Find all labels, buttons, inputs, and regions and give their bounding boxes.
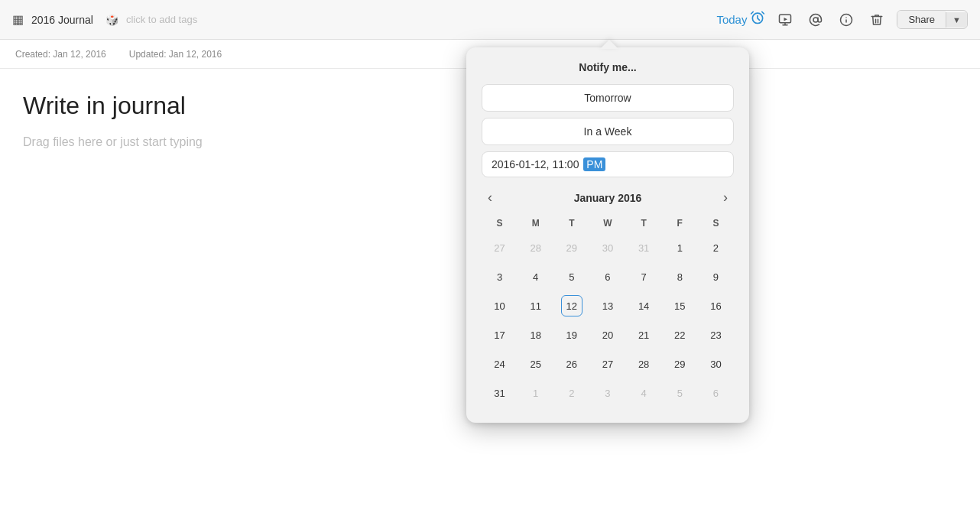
calendar-day[interactable]: 29 [662, 349, 698, 378]
calendar-day[interactable]: 31 [482, 378, 518, 407]
calendar-day-header: W [589, 215, 625, 233]
calendar-day[interactable]: 11 [518, 291, 553, 320]
svg-marker-2 [784, 18, 788, 21]
datetime-value: 2016-01-12, 11:00 PM [492, 158, 724, 170]
calendar-day[interactable]: 17 [482, 320, 518, 349]
calendar-day[interactable]: 1 [662, 233, 698, 262]
share-chevron-icon[interactable]: ▼ [946, 12, 967, 28]
calendar-week-row: 272829303112 [482, 233, 734, 262]
toolbar-right: Today [716, 9, 968, 31]
calendar-next-button[interactable]: › [717, 188, 734, 207]
calendar-day[interactable]: 21 [626, 320, 662, 349]
calendar-day[interactable]: 31 [626, 233, 662, 262]
calendar-day[interactable]: 30 [589, 233, 625, 262]
calendar-week-row: 10111213141516 [482, 291, 734, 320]
created-date: Created: Jan 12, 2016 [15, 49, 106, 60]
toolbar: ▦ 2016 Journal 🎲 click to add tags Today [0, 0, 980, 40]
calendar-week-row: 31123456 [482, 378, 734, 407]
add-tags-text[interactable]: click to add tags [126, 14, 197, 25]
calendar-day[interactable]: 10 [482, 291, 518, 320]
calendar-day[interactable]: 5 [553, 262, 589, 291]
calendar-day[interactable]: 2 [553, 378, 589, 407]
share-label: Share [897, 11, 946, 28]
calendar-day[interactable]: 24 [482, 349, 518, 378]
tomorrow-button[interactable]: Tomorrow [482, 84, 734, 112]
calendar-month-label: January 2016 [574, 192, 642, 204]
calendar-headers-row: SMTWTFS [482, 215, 734, 233]
notify-popover: Notify me... Tomorrow In a Week 2016-01-… [466, 47, 749, 423]
calendar-day[interactable]: 27 [589, 349, 625, 378]
calendar-day[interactable]: 25 [518, 349, 553, 378]
calendar-day[interactable]: 1 [518, 378, 553, 407]
calendar-day[interactable]: 9 [698, 262, 734, 291]
calendar-day[interactable]: 6 [698, 378, 734, 407]
today-label: Today [716, 13, 747, 26]
calendar-week-row: 24252627282930 [482, 349, 734, 378]
calendar-day[interactable]: 30 [698, 349, 734, 378]
svg-point-3 [813, 18, 818, 22]
lock-icon: 🎲 [105, 14, 118, 26]
journal-icon: ▦ [12, 12, 24, 27]
present-button[interactable] [774, 9, 796, 31]
share-button[interactable]: Share ▼ [897, 10, 968, 29]
in-a-week-button[interactable]: In a Week [482, 118, 734, 145]
updated-date: Updated: Jan 12, 2016 [129, 49, 222, 60]
calendar-day-header: T [553, 215, 589, 233]
info-button[interactable] [836, 9, 857, 31]
calendar-grid: SMTWTFS 27282930311234567891011121314151… [482, 215, 734, 407]
calendar-day-header: S [698, 215, 734, 233]
calendar-day[interactable]: 3 [589, 378, 625, 407]
calendar-day-header: F [662, 215, 698, 233]
today-button[interactable]: Today [716, 10, 765, 29]
calendar: ‹ January 2016 › SMTWTFS 272829303112345… [482, 188, 734, 407]
calendar-day[interactable]: 26 [553, 349, 589, 378]
datetime-input[interactable]: 2016-01-12, 11:00 PM [482, 151, 734, 177]
calendar-day[interactable]: 28 [518, 233, 553, 262]
calendar-day-header: S [482, 215, 518, 233]
journal-title: 2016 Journal [31, 14, 93, 26]
calendar-day[interactable]: 27 [482, 233, 518, 262]
ampm-highlight[interactable]: PM [583, 157, 605, 171]
calendar-day[interactable]: 19 [553, 320, 589, 349]
calendar-day[interactable]: 22 [662, 320, 698, 349]
popover-title: Notify me... [482, 61, 734, 73]
at-button[interactable] [805, 9, 826, 31]
calendar-day-header: T [626, 215, 662, 233]
calendar-day[interactable]: 15 [662, 291, 698, 320]
calendar-day[interactable]: 8 [662, 262, 698, 291]
calendar-day[interactable]: 18 [518, 320, 553, 349]
calendar-day[interactable]: 4 [626, 378, 662, 407]
calendar-day[interactable]: 7 [626, 262, 662, 291]
calendar-day[interactable]: 2 [698, 233, 734, 262]
toolbar-left: ▦ 2016 Journal 🎲 click to add tags [12, 12, 716, 27]
calendar-day[interactable]: 16 [698, 291, 734, 320]
calendar-body: 2728293031123456789101112131415161718192… [482, 233, 734, 407]
calendar-day[interactable]: 28 [626, 349, 662, 378]
calendar-prev-button[interactable]: ‹ [482, 188, 498, 207]
trash-button[interactable] [866, 9, 888, 31]
calendar-day[interactable]: 6 [589, 262, 625, 291]
calendar-nav: ‹ January 2016 › [482, 188, 734, 207]
alarm-icon [750, 10, 765, 29]
calendar-day[interactable]: 29 [553, 233, 589, 262]
calendar-week-row: 3456789 [482, 262, 734, 291]
calendar-day[interactable]: 13 [589, 291, 625, 320]
calendar-week-row: 17181920212223 [482, 320, 734, 349]
calendar-day[interactable]: 23 [698, 320, 734, 349]
calendar-day[interactable]: 3 [482, 262, 518, 291]
calendar-day[interactable]: 4 [518, 262, 553, 291]
calendar-day-header: M [518, 215, 553, 233]
calendar-day[interactable]: 12 [553, 291, 589, 320]
calendar-day[interactable]: 14 [626, 291, 662, 320]
calendar-day[interactable]: 20 [589, 320, 625, 349]
calendar-day[interactable]: 5 [662, 378, 698, 407]
